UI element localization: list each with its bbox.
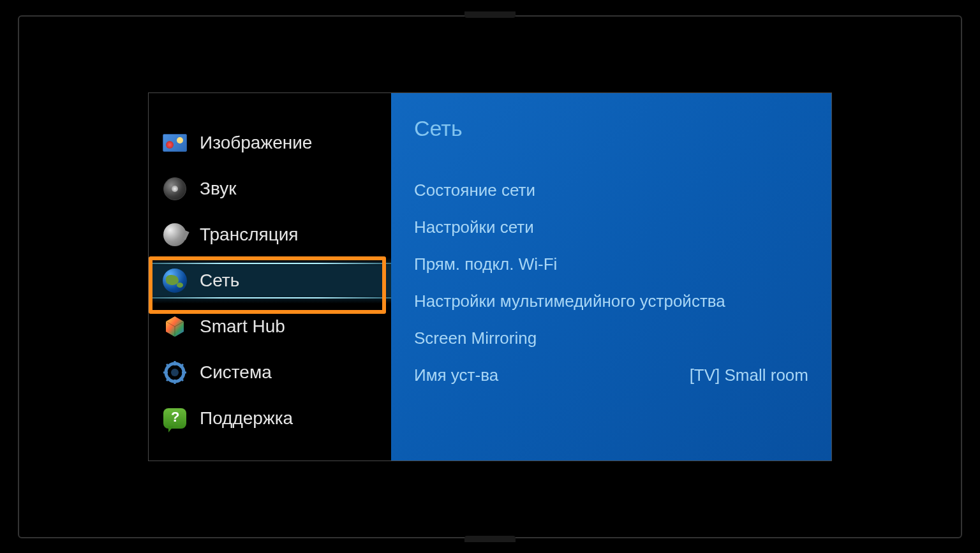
panel-item-wifi-direct[interactable]: Прям. подкл. Wi-Fi <box>414 246 808 283</box>
smarthub-icon <box>161 313 188 340</box>
sidebar-item-label: Smart Hub <box>200 316 285 337</box>
broadcast-icon <box>161 221 188 248</box>
panel-item-label: Имя уст-ва <box>414 357 498 394</box>
tv-bezel: Изображение Звук Трансляция Сеть <box>18 15 962 538</box>
sound-icon <box>161 175 188 202</box>
sidebar-item-label: Изображение <box>200 133 312 153</box>
settings-sidebar: Изображение Звук Трансляция Сеть <box>149 93 391 461</box>
network-panel: Сеть Состояние сети Настройки сети Прям.… <box>391 93 831 461</box>
sidebar-item-picture[interactable]: Изображение <box>149 120 391 166</box>
panel-item-multimedia-settings[interactable]: Настройки мультимедийного устройства <box>414 283 808 320</box>
panel-title: Сеть <box>414 116 808 141</box>
tv-notch-top <box>464 11 516 18</box>
panel-item-network-status[interactable]: Состояние сети <box>414 172 808 209</box>
sidebar-item-network[interactable]: Сеть <box>149 258 391 304</box>
sidebar-item-sound[interactable]: Звук <box>149 166 391 212</box>
sidebar-item-system[interactable]: Система <box>149 350 391 395</box>
panel-item-label: Настройки мультимедийного устройства <box>414 283 725 320</box>
panel-item-label: Прям. подкл. Wi-Fi <box>414 246 557 283</box>
sidebar-item-label: Трансляция <box>200 225 298 245</box>
tv-screen: Изображение Звук Трансляция Сеть <box>148 92 832 461</box>
panel-item-label: Настройки сети <box>414 209 534 246</box>
svg-point-11 <box>171 369 179 376</box>
sidebar-item-support[interactable]: Поддержка <box>149 395 391 441</box>
panel-item-network-settings[interactable]: Настройки сети <box>414 209 808 246</box>
sidebar-item-label: Система <box>200 362 272 383</box>
support-icon <box>161 405 188 432</box>
sidebar-item-label: Поддержка <box>200 408 293 429</box>
panel-item-label: Screen Mirroring <box>414 320 537 357</box>
sidebar-item-label: Сеть <box>200 270 239 291</box>
panel-item-value: [TV] Small room <box>690 357 808 394</box>
panel-item-screen-mirroring[interactable]: Screen Mirroring <box>414 320 808 357</box>
gear-icon <box>161 359 188 386</box>
panel-item-label: Состояние сети <box>414 172 535 209</box>
sidebar-item-broadcast[interactable]: Трансляция <box>149 212 391 258</box>
picture-icon <box>161 129 188 156</box>
globe-icon <box>161 267 188 294</box>
sidebar-item-smarthub[interactable]: Smart Hub <box>149 304 391 350</box>
tv-notch-bottom <box>464 536 516 542</box>
sidebar-item-label: Звук <box>200 179 236 199</box>
panel-item-device-name[interactable]: Имя уст-ва [TV] Small room <box>414 357 808 394</box>
